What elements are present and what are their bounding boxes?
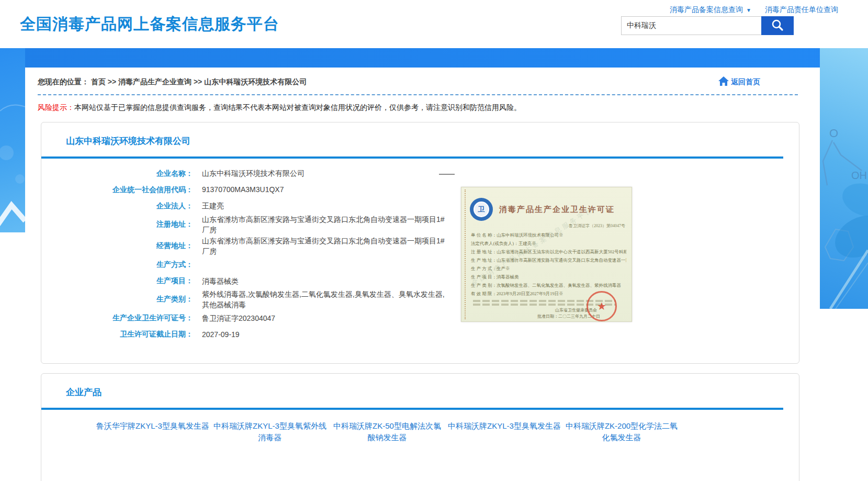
product-link-1[interactable]: 鲁沃华宇牌ZKYL-3型臭氧发生器 (96, 420, 210, 443)
field-row-credit-code: 企业统一社会信用代码： 91370700MA3M3U1QX7 (41, 182, 799, 198)
certificate-line: 注 册 地 址：山东省潍坊高新区玉清东街以北中心次干道以西高新大厦502号科苑 (471, 248, 626, 256)
field-row-license-number: 生产企业卫生许可证号： 鲁卫消证字202304047 (41, 310, 799, 327)
field-value: 91370700MA3M3U1QX7 (202, 184, 284, 195)
certificate-doc-number: 鲁卫消证字（2023）第04047号 (461, 223, 625, 229)
company-fields: 企业名称： 山东中科瑞沃环境技术有限公司 企业统一社会信用代码： 9137070… (41, 165, 799, 343)
certificate-line: 单 位 名 称：山东中科瑞沃环境技术有限公司※ (471, 231, 626, 239)
field-row-production-category: 生产类别： 紫外线消毒器,次氯酸钠发生器,二氧化氯发生器,臭氧发生器、臭氧水发生… (41, 289, 799, 310)
field-label: 生产项目： (41, 276, 193, 286)
field-row-production-mode: 生产方式： (41, 256, 799, 273)
product-link-3[interactable]: 中科瑞沃牌ZK-50型电解法次氯酸钠发生器 (330, 420, 444, 443)
hygiene-license-certificate-image: 全国消毒产品网上备案信息服务平台 卫 消毒产品生产企业卫生许可证 鲁卫消证字（2… (461, 187, 632, 322)
breadcrumb-home-link[interactable]: 首页 (91, 77, 106, 86)
field-row-legal-person: 企业法人： 王建亮 (41, 198, 799, 214)
breadcrumb-row: 您现在的位置： 首页 >> 消毒产品生产企业查询 >> 山东中科瑞沃环境技术有限… (25, 68, 820, 88)
breadcrumb-current: 山东中科瑞沃环境技术有限公司 (204, 77, 307, 86)
field-row-production-project: 生产项目： 消毒器械类 (41, 273, 799, 289)
home-icon (718, 76, 729, 88)
breadcrumb-enterprise-query-link[interactable]: 消毒产品生产企业查询 (118, 77, 191, 86)
field-label: 生产企业卫生许可证号： (41, 314, 193, 323)
field-value: 王建亮 (202, 200, 224, 211)
field-value: 山东省潍坊市高新区潍安路与宝通街交叉路口东北角自动变速器一期项目1#厂房 (202, 214, 448, 236)
certificate-line: 生 产 地 址：山东省潍坊市高新区潍安路与宝通街交叉路口东北角自动变速器一期项目… (471, 256, 626, 264)
field-value: 鲁卫消证字202304047 (202, 313, 275, 323)
risk-notice-text: 本网站仅基于已掌握的信息提供查询服务，查询结果不代表本网站对被查询对象信用状况的… (74, 103, 521, 111)
site-title: 全国消毒产品网上备案信息服务平台 (20, 14, 279, 35)
field-label: 卫生许可证截止日期： (41, 330, 193, 339)
official-seal: ★ (587, 291, 617, 321)
field-label: 经营地址： (41, 241, 193, 251)
search-input[interactable] (621, 16, 761, 35)
product-link-4[interactable]: 中科瑞沃牌ZKYL-3型臭氧发生器 (447, 420, 561, 443)
product-list: 鲁沃华宇牌ZKYL-3型臭氧发生器 中科瑞沃牌ZKYL-3型臭氧紫外线消毒器 中… (96, 420, 778, 443)
products-card-rule (41, 408, 783, 410)
risk-notice-label: 风险提示： (38, 103, 74, 111)
nav-record-info-query[interactable]: 消毒产品备案信息查询 ▼ (670, 5, 751, 15)
field-row-registered-address: 注册地址： 山东省潍坊市高新区潍安路与宝通街交叉路口东北角自动变速器一期项目1#… (41, 214, 799, 236)
dash-decoration (439, 174, 455, 175)
field-label: 生产方式： (41, 260, 193, 270)
certificate-perforation (465, 189, 466, 319)
certificate-title: 消毒产品生产企业卫生许可证 (499, 205, 615, 215)
page: 全国消毒产品网上备案信息服务平台 消毒产品备案信息查询 ▼ 消毒产品责任单位查询 (0, 0, 868, 481)
company-card: 山东中科瑞沃环境技术有限公司 企业名称： 山东中科瑞沃环境技术有限公司 企业统一… (41, 122, 799, 364)
back-home-link[interactable]: 返回首页 (718, 76, 760, 88)
dashed-divider (38, 94, 798, 95)
field-value: 消毒器械类 (202, 276, 239, 286)
field-row-name: 企业名称： 山东中科瑞沃环境技术有限公司 (41, 165, 799, 182)
top-nav: 消毒产品备案信息查询 ▼ 消毒产品责任单位查询 (670, 5, 838, 15)
search-bar (621, 16, 794, 35)
field-row-business-address: 经营地址： 山东省潍坊市高新区潍安路与宝通街交叉路口东北角自动变速器一期项目1#… (41, 236, 799, 257)
svg-text:O: O (829, 127, 838, 140)
field-row-license-expiry: 卫生许可证截止日期： 2027-09-19 (41, 327, 799, 343)
breadcrumb-separator-2: >> (194, 77, 202, 86)
nav-record-info-query-label: 消毒产品备案信息查询 (670, 5, 743, 15)
national-emblem-icon: 卫 (470, 198, 493, 221)
back-home-label: 返回首页 (731, 77, 760, 87)
field-value: 山东中科瑞沃环境技术有限公司 (202, 168, 305, 178)
product-link-5[interactable]: 中科瑞沃牌ZK-200型化学法二氧化氯发生器 (565, 420, 679, 443)
search-button[interactable] (761, 16, 794, 35)
risk-notice: 风险提示：本网站仅基于已掌握的信息提供查询服务，查询结果不代表本网站对被查询对象… (38, 103, 807, 113)
chevron-down-icon[interactable]: ▼ (746, 7, 751, 13)
search-icon (771, 18, 784, 33)
nav-responsible-unit-query[interactable]: 消毒产品责任单位查询 (765, 5, 838, 15)
products-card-title: 企业产品 (66, 386, 799, 398)
topbar: 全国消毒产品网上备案信息服务平台 消毒产品备案信息查询 ▼ 消毒产品责任单位查询 (0, 0, 868, 48)
breadcrumb-prefix: 您现在的位置： (38, 77, 89, 86)
certificate-body: 单 位 名 称：山东中科瑞沃环境技术有限公司※ 法定代表人(或负责人)：王建亮※… (471, 231, 626, 298)
right-banner-decoration: O OH (820, 48, 868, 309)
left-banner-decoration (0, 48, 25, 232)
field-value: 2027-09-19 (202, 329, 240, 340)
field-label: 注册地址： (41, 220, 193, 229)
field-value: 紫外线消毒器,次氯酸钠发生器,二氧化氯发生器,臭氧发生器、臭氧水发生器,其他器械… (202, 289, 448, 310)
field-value: 山东省潍坊市高新区潍安路与宝通街交叉路口东北角自动变速器一期项目1#厂房 (202, 236, 448, 257)
certificate-line: 生 产 方 式：生产※ (471, 264, 626, 273)
certificate-line: 生 产 类 别：次氯酸钠发生器、二氧化氯发生器、臭氧发生器、紫外线消毒器 (471, 281, 626, 289)
certificate-line: 法定代表人(或负责人)：王建亮※ (471, 239, 626, 248)
field-label: 企业名称： (41, 169, 193, 178)
product-link-2[interactable]: 中科瑞沃牌ZKYL-3型臭氧紫外线消毒器 (213, 420, 327, 443)
nav-responsible-unit-query-label: 消毒产品责任单位查询 (765, 5, 838, 15)
blue-banner-band (0, 48, 868, 68)
breadcrumb: 您现在的位置： 首页 >> 消毒产品生产企业查询 >> 山东中科瑞沃环境技术有限… (38, 77, 307, 87)
certificate-header: 卫 消毒产品生产企业卫生许可证 (470, 198, 626, 221)
company-card-title: 山东中科瑞沃环境技术有限公司 (66, 135, 799, 147)
field-label: 生产类别： (41, 295, 193, 304)
field-label: 企业统一社会信用代码： (41, 185, 193, 195)
seal-star-icon: ★ (597, 300, 606, 312)
main-panel: 您现在的位置： 首页 >> 消毒产品生产企业查询 >> 山东中科瑞沃环境技术有限… (25, 68, 820, 481)
products-card: 企业产品 鲁沃华宇牌ZKYL-3型臭氧发生器 中科瑞沃牌ZKYL-3型臭氧紫外线… (41, 373, 799, 481)
breadcrumb-separator: >> (108, 77, 116, 86)
svg-text:OH: OH (851, 170, 867, 181)
field-label: 企业法人： (41, 202, 193, 211)
company-card-rule (41, 156, 783, 159)
certificate-line: 生 产 项 目：消毒器械类 (471, 273, 626, 281)
